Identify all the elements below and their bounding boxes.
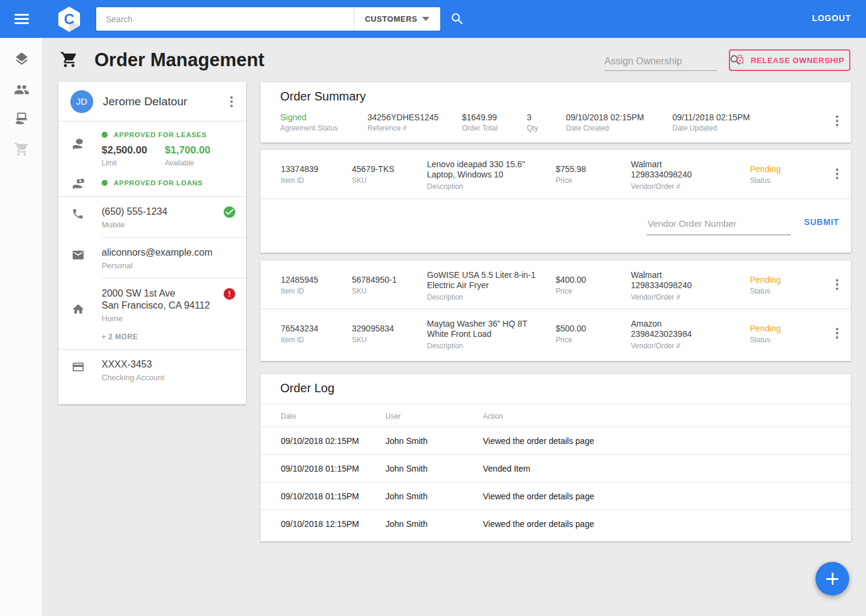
search-scope-dropdown[interactable]: CUSTOMERS bbox=[354, 7, 440, 31]
date-updated-label: Date Updated bbox=[672, 124, 750, 132]
menu-icon[interactable] bbox=[14, 14, 29, 25]
loan-approval-section: APPROVED FOR LOANS bbox=[58, 176, 246, 197]
log-col-date: Date bbox=[281, 412, 296, 420]
email-row: aliconnors@example.com Personal bbox=[58, 238, 246, 278]
order-summary-menu-icon[interactable] bbox=[830, 114, 844, 128]
email-value: aliconnors@example.com bbox=[102, 247, 246, 259]
item-row: 13374839Item ID 45679-TKSSKU Lenovo idea… bbox=[260, 150, 851, 199]
date-updated-field: 09/11/2018 02:15PM Date Updated bbox=[672, 112, 750, 132]
item-status-label: Status bbox=[750, 287, 781, 295]
item-vendor-order-no: 1298334098240 bbox=[631, 280, 692, 291]
item-id-value: 13374839 bbox=[281, 164, 318, 174]
log-date: 09/10/2018 12:15PM bbox=[281, 519, 359, 529]
qty-field: 3 Qty bbox=[527, 112, 538, 132]
bank-account-value: XXXX-3453 bbox=[102, 359, 246, 371]
log-col-action: Action bbox=[483, 412, 503, 420]
item-vendor-label: Vendor/Order # bbox=[631, 182, 692, 191]
rail-item-customers[interactable] bbox=[14, 82, 29, 97]
customer-menu-icon[interactable] bbox=[224, 94, 239, 109]
qty-value: 3 bbox=[527, 112, 538, 122]
phone-icon bbox=[72, 208, 84, 223]
people-icon bbox=[14, 82, 29, 97]
lease-available-value: $1,700.00 bbox=[165, 144, 228, 156]
credit-card-icon bbox=[72, 360, 85, 376]
item-desc-label: Description bbox=[427, 342, 550, 350]
reference-field: 34256YDHES1245 Reference # bbox=[367, 112, 438, 132]
agreement-status-field: Signed Agreement Status bbox=[280, 112, 338, 132]
item-menu-icon[interactable] bbox=[830, 167, 844, 181]
bank-account-label: Checking Account bbox=[102, 373, 246, 382]
more-contacts-link[interactable]: + 2 MORE bbox=[102, 333, 246, 341]
log-user: John Smith bbox=[385, 436, 428, 446]
agreement-status-label: Agreement Status bbox=[280, 124, 338, 132]
search-icon[interactable] bbox=[450, 11, 465, 29]
vendor-order-form: SUBMIT bbox=[260, 199, 851, 252]
phone-label: Mobile bbox=[102, 220, 246, 229]
item-vendor-name: Amazon bbox=[631, 319, 692, 329]
svg-text:C: C bbox=[64, 11, 74, 27]
lease-limit-label: Limit bbox=[102, 159, 165, 167]
date-created-value: 09/10/2018 02:15PM bbox=[566, 112, 644, 122]
rail-item-layers[interactable] bbox=[14, 51, 29, 67]
item-sku-label: SKU bbox=[352, 176, 395, 185]
status-dot bbox=[102, 180, 108, 186]
hand-laptop-icon bbox=[14, 111, 29, 127]
item-menu-icon[interactable] bbox=[830, 326, 844, 340]
address-row: 2000 SW 1st Ave San Francisco, CA 94112 … bbox=[58, 279, 246, 349]
item-status-value: Pending bbox=[750, 324, 781, 333]
log-date: 09/10/2018 01:15PM bbox=[281, 464, 359, 473]
item-vendor-order-no: 1298334098240 bbox=[631, 170, 692, 180]
email-label: Personal bbox=[102, 261, 246, 270]
customer-card: JD Jerome Delatour APPROVED FOR LEASES $… bbox=[58, 82, 246, 404]
item-status-label: Status bbox=[750, 336, 781, 344]
order-log-card: Order Log Date User Action 09/10/2018 02… bbox=[260, 374, 851, 541]
lease-limit-value: $2,500.00 bbox=[102, 144, 165, 156]
assign-ownership-field bbox=[604, 52, 717, 71]
rail-item-devices[interactable] bbox=[14, 111, 29, 127]
order-total-label: Order Total bbox=[462, 124, 497, 132]
order-log-title: Order Log bbox=[280, 381, 334, 395]
submit-button[interactable]: SUBMIT bbox=[804, 217, 839, 227]
log-action: Viewed the order details page bbox=[483, 491, 594, 501]
order-item-card: 13374839Item ID 45679-TKSSKU Lenovo idea… bbox=[260, 150, 851, 253]
qty-label: Qty bbox=[527, 124, 538, 132]
log-action: Viewed the order details page bbox=[483, 519, 594, 529]
date-created-label: Date Created bbox=[566, 124, 644, 132]
log-row: 09/10/2018 01:15PM John Smith Vended Ite… bbox=[260, 455, 851, 482]
item-desc-line2: Electric Air Fryer bbox=[427, 280, 550, 291]
log-col-user: User bbox=[385, 412, 401, 420]
vendor-order-number-input[interactable] bbox=[646, 215, 791, 235]
item-desc-line2: White Front Load bbox=[427, 329, 550, 339]
assign-ownership-input[interactable] bbox=[604, 56, 729, 67]
search-input[interactable] bbox=[96, 14, 354, 24]
item-id-label: Item ID bbox=[281, 336, 318, 344]
log-user: John Smith bbox=[385, 464, 428, 473]
layers-icon bbox=[14, 51, 29, 67]
item-vendor-name: Walmart bbox=[631, 159, 692, 170]
cart-icon bbox=[14, 141, 29, 157]
global-search: CUSTOMERS bbox=[96, 7, 440, 31]
app-logo[interactable]: C bbox=[56, 6, 82, 32]
order-summary-title: Order Summary bbox=[280, 90, 366, 103]
item-row: 12485945Item ID 56784950-1SKU GoWISE USA… bbox=[260, 260, 851, 309]
logout-button[interactable]: LOGOUT bbox=[812, 13, 851, 23]
add-button[interactable] bbox=[815, 562, 849, 596]
log-user: John Smith bbox=[385, 519, 428, 529]
order-management-icon bbox=[60, 51, 78, 71]
item-id-label: Item ID bbox=[281, 287, 318, 295]
item-menu-icon[interactable] bbox=[830, 277, 844, 292]
phone-row: (650) 555-1234 Mobile bbox=[58, 197, 246, 237]
item-vendor-name: Walmart bbox=[631, 270, 692, 280]
item-desc-line1: Lenovo ideapad 330 15.6" bbox=[427, 159, 550, 170]
lease-available-label: Available bbox=[165, 159, 228, 167]
item-desc-line2: Laptop, Windows 10 bbox=[427, 170, 550, 180]
date-updated-value: 09/11/2018 02:15PM bbox=[672, 112, 750, 122]
release-ownership-button[interactable]: RELEASE OWNERSHIP bbox=[729, 49, 850, 71]
item-desc-line1: GoWISE USA 5.5 Liter 8-in-1 bbox=[427, 270, 550, 280]
item-price-value: $755.98 bbox=[556, 164, 586, 174]
item-id-value: 76543234 bbox=[281, 324, 318, 333]
item-status-value: Pending bbox=[750, 275, 781, 285]
customer-name: Jerome Delatour bbox=[103, 95, 224, 108]
rail-item-orders[interactable] bbox=[14, 141, 29, 157]
app-bar: C CUSTOMERS LOGOUT bbox=[0, 0, 866, 38]
